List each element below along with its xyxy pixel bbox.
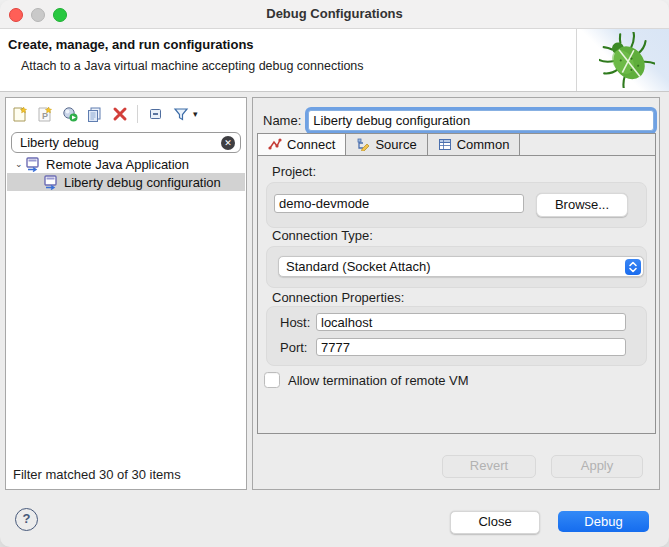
port-label: Port: — [280, 340, 307, 355]
green-bug-icon — [599, 32, 655, 88]
tree-item-label: Remote Java Application — [46, 157, 189, 172]
configuration-name-input[interactable] — [308, 110, 654, 131]
chevron-down-icon[interactable]: ⌄ — [15, 159, 25, 169]
tree-item-remote-java-application[interactable]: ⌄ Remote Java Application — [7, 155, 245, 173]
tree-item-label: Liberty debug configuration — [64, 175, 221, 190]
tab-label: Common — [457, 137, 510, 152]
tab-label: Source — [375, 137, 416, 152]
project-label: Project: — [272, 164, 316, 179]
search-input[interactable] — [12, 135, 221, 150]
toolbar-separator — [137, 105, 138, 123]
close-button[interactable]: Close — [450, 511, 540, 534]
collapse-all-icon[interactable] — [146, 105, 165, 124]
header-title: Create, manage, and run configurations — [8, 37, 254, 52]
new-configuration-icon[interactable] — [10, 105, 29, 124]
allow-termination-checkbox-row[interactable]: Allow termination of remote VM — [264, 372, 469, 388]
filter-status-text: Filter matched 30 of 30 items — [13, 467, 181, 482]
source-icon — [356, 138, 370, 151]
dialog-header: Create, manage, and run configurations A… — [0, 29, 669, 92]
connection-type-label: Connection Type: — [272, 228, 373, 243]
delete-icon[interactable] — [110, 105, 129, 124]
debug-configurations-dialog: Debug Configurations Create, manage, and… — [0, 0, 669, 547]
header-subtitle: Attach to a Java virtual machine accepti… — [21, 59, 364, 73]
tree-item-liberty-debug-configuration[interactable]: Liberty debug configuration — [7, 173, 245, 191]
duplicate-icon[interactable] — [85, 105, 104, 124]
remote-java-application-icon — [43, 175, 59, 190]
apply-button[interactable]: Apply — [551, 455, 643, 478]
port-input[interactable] — [316, 338, 626, 356]
debug-button[interactable]: Debug — [558, 511, 649, 532]
connect-tab-content: Project: Browse... Connection Type: Stan… — [258, 156, 655, 433]
tab-folder: Connect Source Common Project: Browse...… — [257, 133, 656, 434]
host-input[interactable] — [316, 313, 626, 331]
allow-termination-label: Allow termination of remote VM — [288, 373, 469, 388]
filter-search-field[interactable]: ✕ — [11, 132, 241, 153]
connect-icon — [268, 138, 282, 151]
connection-type-select[interactable]: Standard (Socket Attach) — [278, 256, 644, 277]
filter-icon[interactable] — [171, 105, 190, 124]
browse-button[interactable]: Browse... — [536, 193, 628, 217]
revert-button[interactable]: Revert — [442, 455, 536, 478]
export-configurations-icon[interactable] — [60, 105, 79, 124]
title-bar: Debug Configurations — [0, 0, 669, 29]
allow-termination-checkbox[interactable] — [264, 372, 280, 388]
tab-source[interactable]: Source — [346, 134, 427, 155]
selected-option: Standard (Socket Attach) — [279, 259, 625, 274]
host-label: Host: — [280, 315, 310, 330]
help-button[interactable]: ? — [15, 508, 38, 531]
tab-connect[interactable]: Connect — [258, 134, 346, 155]
configurations-sidebar: P ▾ ✕ ⌄ — [5, 97, 247, 490]
filter-dropdown-caret[interactable]: ▾ — [193, 109, 198, 119]
configuration-editor: Name: Connect Source Common Project — [252, 97, 660, 490]
window-title: Debug Configurations — [0, 0, 669, 28]
new-prototype-icon[interactable]: P — [35, 105, 54, 124]
remote-java-application-icon — [25, 157, 41, 172]
tab-label: Connect — [287, 137, 335, 152]
project-input[interactable] — [274, 194, 524, 213]
common-icon — [438, 138, 452, 151]
tab-bar: Connect Source Common — [258, 134, 655, 156]
popup-stepper-icon — [625, 259, 641, 275]
name-label: Name: — [263, 113, 301, 128]
banner-image — [576, 29, 669, 91]
connection-properties-label: Connection Properties: — [272, 290, 404, 305]
tab-common[interactable]: Common — [428, 134, 521, 155]
sidebar-toolbar: P ▾ — [10, 103, 198, 125]
clear-search-icon[interactable]: ✕ — [221, 136, 235, 150]
